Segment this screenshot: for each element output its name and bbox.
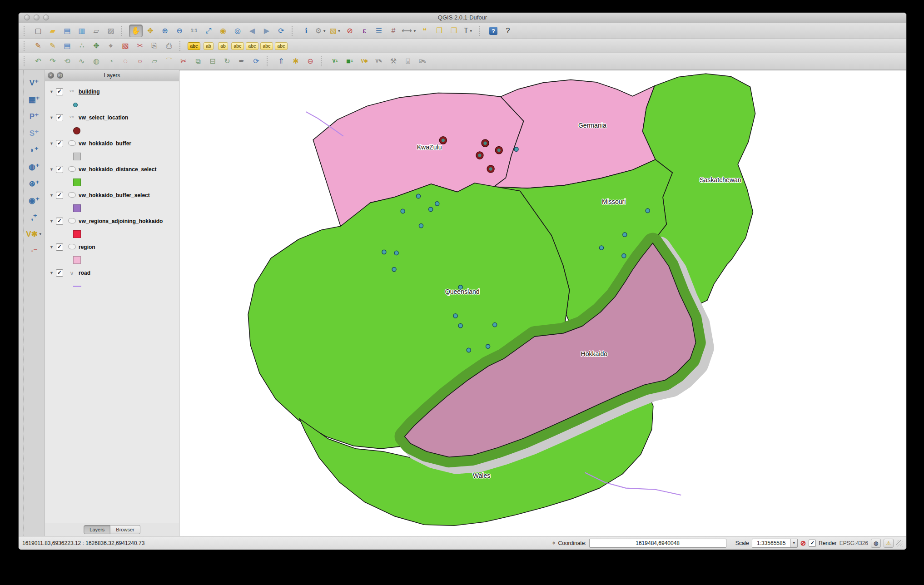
coordinate-input[interactable]: 1619484,6940048: [589, 539, 726, 548]
tab-layers[interactable]: Layers: [84, 525, 110, 534]
expand-triangle-icon[interactable]: ▼: [50, 245, 56, 249]
cut-features-button[interactable]: ✂: [133, 40, 147, 52]
pan-map-button[interactable]: ✋: [129, 25, 143, 37]
toolbar-separator[interactable]: [479, 26, 484, 36]
select-features-dropdown-icon[interactable]: ▼: [338, 29, 341, 33]
add-postgis-layer-button[interactable]: P⁺: [27, 110, 41, 123]
select-by-expression-button[interactable]: ε: [358, 25, 371, 37]
expand-triangle-icon[interactable]: ▼: [50, 271, 56, 275]
merge-features-button[interactable]: ⧉: [191, 55, 205, 68]
labeling-options-button[interactable]: abc: [187, 40, 201, 52]
layers-remove-button[interactable]: ⊖: [303, 55, 317, 68]
toolbar-separator[interactable]: [24, 56, 29, 66]
map-canvas[interactable]: KwaZuluGermaniaSaskatchewanMissouriQueen…: [179, 70, 906, 536]
merge-feature-attributes-button[interactable]: ⊟: [206, 55, 219, 68]
add-wms-layer-button[interactable]: ◍⁺: [27, 160, 41, 173]
expand-triangle-icon[interactable]: ▼: [50, 167, 56, 172]
paste-features-button[interactable]: ⎙: [162, 40, 176, 52]
node-tool-button[interactable]: ⌖: [104, 40, 118, 52]
zoom-native-button[interactable]: 1:1: [187, 25, 201, 37]
simplify-feature-button[interactable]: ∿: [75, 55, 89, 68]
text-annotation-button[interactable]: T▼: [462, 25, 475, 37]
close-window-button[interactable]: [24, 15, 30, 20]
minimize-window-button[interactable]: [34, 15, 40, 20]
layer-visibility-checkbox[interactable]: ✓: [56, 88, 63, 95]
add-feature-button[interactable]: ∴: [75, 40, 89, 52]
layer-item-road[interactable]: ▼✓∨road: [45, 266, 179, 280]
layer-item-building[interactable]: ▼✓°°building: [45, 85, 179, 99]
build-hammer-button[interactable]: ⚒: [387, 55, 400, 68]
open-attribute-table-button[interactable]: ☰: [372, 25, 386, 37]
dock-drag-handle[interactable]: [19, 70, 24, 536]
measure-button[interactable]: ⟷▼: [401, 25, 417, 37]
layer-item-vw_hokkaido_buffer[interactable]: ▼✓vw_hokkaido_buffer: [45, 137, 179, 150]
help-contents-button[interactable]: ?: [487, 25, 500, 37]
render-checkbox[interactable]: ✓: [809, 540, 816, 547]
scale-dropdown-icon[interactable]: ▼: [790, 539, 797, 547]
map-scroll-button[interactable]: ⌻: [401, 55, 415, 68]
new-project-button[interactable]: ▢: [31, 25, 45, 37]
save-layer-edits-button[interactable]: ▤: [60, 40, 74, 52]
new-shapefile-layer-dropdown-icon[interactable]: ▼: [39, 232, 42, 236]
composer-manager-button[interactable]: ▨: [104, 25, 118, 37]
toggle-editing-button[interactable]: ✎: [46, 40, 60, 52]
layer-visibility-checkbox[interactable]: ✓: [56, 114, 63, 121]
map-scroll-edit-button[interactable]: ⌻✎: [416, 55, 429, 68]
add-vector-layer-button[interactable]: V⁺: [27, 76, 41, 89]
layer-item-vw_select_location[interactable]: ▼✓°°vw_select_location: [45, 111, 179, 124]
save-project-button[interactable]: ▤: [60, 25, 74, 37]
map-refresh-button[interactable]: ⟳: [274, 25, 288, 37]
zoom-window-button[interactable]: [43, 15, 49, 20]
toolbar-separator[interactable]: [267, 56, 272, 66]
rotate-point-symbols-button[interactable]: ↻: [220, 55, 234, 68]
offset-curve-button[interactable]: ⌒: [162, 55, 176, 68]
run-feature-action-dropdown-icon[interactable]: ▼: [323, 29, 326, 33]
whats-this-button[interactable]: ?: [501, 25, 515, 37]
layer-item-region[interactable]: ▼✓region: [45, 240, 179, 254]
measure-dropdown-icon[interactable]: ▼: [413, 29, 417, 33]
layer-visibility-checkbox[interactable]: ✓: [56, 218, 63, 225]
show-bookmarks-button[interactable]: ❐: [447, 25, 461, 37]
add-wfs-layer-button[interactable]: ◉⁺: [27, 194, 41, 207]
toolbar-separator[interactable]: [179, 41, 184, 51]
text-annotation-dropdown-icon[interactable]: ▼: [469, 29, 473, 33]
layers-upload-button[interactable]: ⇑: [274, 55, 288, 68]
identify-features-button[interactable]: ℹ: [299, 25, 313, 37]
layer-item-vw_hokkaido_distance_select[interactable]: ▼✓vw_hokkaido_distance_select: [45, 163, 179, 176]
resize-grip[interactable]: [896, 540, 903, 546]
toolbar-separator[interactable]: [24, 41, 29, 51]
undo-button[interactable]: ↶: [31, 55, 45, 68]
layer-visibility-checkbox[interactable]: ✓: [56, 166, 63, 173]
layer-visibility-checkbox[interactable]: ✓: [56, 269, 63, 277]
expand-triangle-icon[interactable]: ▼: [50, 141, 56, 146]
layer-visibility-checkbox[interactable]: ✓: [56, 140, 63, 147]
copy-features-button[interactable]: ⎘: [148, 40, 161, 52]
vector-star-button[interactable]: V✱: [358, 55, 371, 68]
toolbar-separator[interactable]: [24, 26, 29, 36]
layer-visibility-checkbox[interactable]: ✓: [56, 192, 63, 199]
toolbar-separator[interactable]: [121, 26, 126, 36]
vector-edit-button[interactable]: V✎: [372, 55, 386, 68]
add-raster-plus-button[interactable]: ▦+: [343, 55, 357, 68]
show-hide-labels-button[interactable]: abc: [231, 40, 244, 52]
rotate-feature-button[interactable]: ⟲: [60, 55, 74, 68]
add-raster-layer-button[interactable]: ▦⁺: [27, 93, 41, 106]
add-spatialite-layer-button[interactable]: S⁺: [27, 127, 41, 139]
select-features-button[interactable]: ▧▼: [328, 25, 342, 37]
new-print-composer-button[interactable]: ▱: [89, 25, 103, 37]
current-edits-button[interactable]: ✎: [31, 40, 45, 52]
pin-labels-button[interactable]: ab: [202, 40, 215, 52]
zoom-full-extent-button[interactable]: ⤢: [202, 25, 215, 37]
run-feature-action-button[interactable]: ⚙▼: [314, 25, 328, 37]
expand-triangle-icon[interactable]: ▼: [50, 115, 56, 120]
zoom-to-selection-button[interactable]: ◉: [216, 25, 230, 37]
delete-ring-button[interactable]: ◌: [119, 55, 132, 68]
scale-combobox[interactable]: 1:33565585 ▼: [752, 539, 798, 548]
new-shapefile-layer-button[interactable]: V✱▼: [27, 228, 41, 240]
zoom-out-button[interactable]: ⊖: [173, 25, 186, 37]
add-delimited-text-layer-button[interactable]: ,⁺: [27, 211, 41, 223]
mouse-position-toggle-icon[interactable]: ⌖: [552, 540, 555, 547]
crs-status-globe-icon[interactable]: ◍: [871, 539, 881, 548]
add-mssql-layer-button[interactable]: ◗⁺: [27, 144, 41, 156]
add-part-button[interactable]: ◔: [104, 55, 118, 68]
